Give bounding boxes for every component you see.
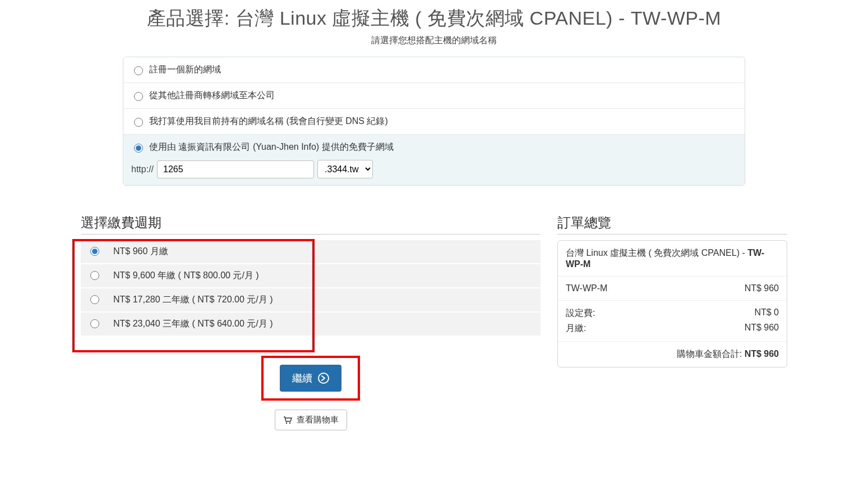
order-summary-box: 台灣 Linux 虛擬主機 ( 免費次網域 CPANEL) - TW-WP-M …: [557, 240, 787, 368]
billing-cycle-heading: 選擇繳費週期: [81, 214, 541, 235]
cycle-radio-triennial[interactable]: [90, 319, 99, 328]
summary-item-price: NT$ 960: [745, 283, 779, 293]
domain-label: 使用由 遠振資訊有限公司 (Yuan-Jhen Info) 提供的免費子網域: [149, 141, 394, 153]
summary-setup-value: NT$ 0: [754, 307, 779, 319]
domain-option-own[interactable]: 我打算使用我目前持有的網域名稱 (我會自行變更 DNS 紀錄): [123, 109, 745, 135]
summary-setup-label: 設定費:: [566, 307, 595, 319]
subdomain-tld-select[interactable]: .3344.tw: [317, 160, 373, 178]
cycle-radio-biennial[interactable]: [90, 295, 99, 304]
cycle-label: NT$ 9,600 年繳 ( NT$ 800.00 元/月 ): [108, 264, 541, 288]
cycle-row-triennial[interactable]: NT$ 23,040 三年繳 ( NT$ 640.00 元/月 ): [81, 312, 541, 336]
domain-option-transfer[interactable]: 從其他註冊商轉移網域至本公司: [123, 83, 745, 109]
summary-product-name: 台灣 Linux 虛擬主機 ( 免費次網域 CPANEL) - TW-WP-M: [558, 241, 787, 277]
summary-total-label: 購物車金額合計:: [677, 349, 745, 359]
summary-product-prefix: 台灣 Linux 虛擬主機 ( 免費次網域 CPANEL) -: [566, 248, 747, 258]
cycle-row-monthly[interactable]: NT$ 960 月繳: [81, 240, 541, 264]
domain-radio-register[interactable]: [134, 66, 143, 75]
summary-period-value: NT$ 960: [745, 323, 779, 334]
view-cart-button[interactable]: 查看購物車: [275, 410, 347, 430]
cycle-radio-annual[interactable]: [90, 271, 99, 280]
summary-period-label: 月繳:: [566, 323, 586, 334]
protocol-label: http://: [131, 164, 154, 174]
domain-option-freesub[interactable]: 使用由 遠振資訊有限公司 (Yuan-Jhen Info) 提供的免費子網域 h…: [123, 135, 745, 185]
domain-radio-freesub[interactable]: [134, 144, 143, 153]
cycle-label: NT$ 23,040 三年繳 ( NT$ 640.00 元/月 ): [108, 312, 541, 336]
domain-option-panel: 註冊一個新的網域 從其他註冊商轉移網域至本公司 我打算使用我目前持有的網域名稱 …: [123, 57, 745, 186]
view-cart-label: 查看購物車: [297, 415, 339, 425]
continue-button-label: 繼續: [292, 371, 312, 385]
page-title: 產品選擇: 台灣 Linux 虛擬主機 ( 免費次網域 CPANEL) - TW…: [41, 6, 827, 31]
domain-option-register[interactable]: 註冊一個新的網域: [123, 57, 745, 83]
domain-label: 註冊一個新的網域: [149, 64, 221, 76]
cycle-radio-monthly[interactable]: [90, 247, 99, 256]
cycle-row-annual[interactable]: NT$ 9,600 年繳 ( NT$ 800.00 元/月 ): [81, 264, 541, 288]
cycle-label: NT$ 17,280 二年繳 ( NT$ 720.00 元/月 ): [108, 288, 541, 312]
page-subtitle: 請選擇您想搭配主機的網域名稱: [41, 35, 827, 47]
order-summary-heading: 訂單總覽: [557, 214, 787, 235]
continue-button[interactable]: 繼續: [280, 365, 341, 392]
summary-total-row: 購物車金額合計: NT$ 960: [558, 342, 787, 367]
arrow-right-icon: [318, 373, 329, 384]
summary-total-value: NT$ 960: [745, 349, 779, 359]
highlight-box-continue: 繼續: [261, 356, 360, 401]
billing-cycle-table: NT$ 960 月繳 NT$ 9,600 年繳 ( NT$ 800.00 元/月…: [81, 240, 541, 337]
cart-icon: [283, 416, 292, 424]
summary-item-name: TW-WP-M: [566, 283, 607, 293]
subdomain-input[interactable]: [157, 160, 314, 178]
cycle-row-biennial[interactable]: NT$ 17,280 二年繳 ( NT$ 720.00 元/月 ): [81, 288, 541, 312]
domain-radio-transfer[interactable]: [134, 92, 143, 101]
svg-point-1: [289, 422, 290, 423]
domain-radio-own[interactable]: [134, 118, 143, 127]
domain-label: 從其他註冊商轉移網域至本公司: [149, 90, 275, 102]
cycle-label: NT$ 960 月繳: [108, 240, 541, 264]
summary-item-line: TW-WP-M NT$ 960: [558, 277, 787, 301]
summary-fees: 設定費: NT$ 0 月繳: NT$ 960: [558, 301, 787, 342]
domain-label: 我打算使用我目前持有的網域名稱 (我會自行變更 DNS 紀錄): [149, 116, 388, 127]
svg-point-0: [285, 422, 287, 423]
subdomain-input-row: http:// .3344.tw: [131, 160, 737, 178]
